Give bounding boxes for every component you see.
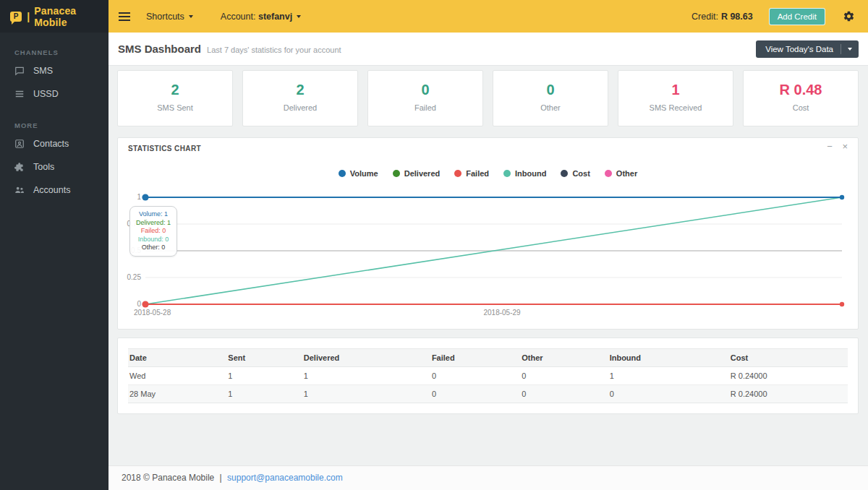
- accounts-icon: [14, 185, 25, 195]
- sidebar-item-label: Tools: [33, 162, 54, 172]
- account-label: Account:: [221, 12, 256, 22]
- sidebar-item-contacts[interactable]: Contacts: [0, 132, 109, 155]
- line-chart: [118, 138, 858, 329]
- stat-card-cost: R 0.48Cost: [743, 70, 859, 126]
- column-header-cost: Cost: [729, 349, 848, 367]
- brand-bubble-icon: P: [10, 12, 22, 22]
- column-header-other: Other: [520, 349, 608, 367]
- tooltip-line-volume: Volume: 1: [136, 210, 171, 219]
- table-cell: 1: [302, 367, 430, 385]
- tooltip-line-failed: Failed: 0: [136, 227, 171, 236]
- sidebar: P | Panacea Mobile CHANNELSSMSUSSDMORECo…: [0, 0, 109, 490]
- brand-logo[interactable]: P | Panacea Mobile: [0, 0, 109, 33]
- brand-separator: |: [27, 11, 30, 22]
- column-header-date: Date: [128, 349, 226, 367]
- table-panel: DateSentDeliveredFailedOtherInboundCost …: [117, 338, 859, 414]
- menu-icon[interactable]: [119, 10, 130, 23]
- column-header-inbound: Inbound: [608, 349, 729, 367]
- sidebar-item-accounts[interactable]: Accounts: [0, 179, 109, 202]
- sidebar-item-label: SMS: [33, 66, 53, 76]
- table-cell: Wed: [128, 367, 226, 385]
- sidebar-item-sms[interactable]: SMS: [0, 59, 109, 82]
- stat-value: 1: [618, 71, 733, 98]
- stat-label: SMS Sent: [118, 103, 232, 112]
- table-cell: 1: [226, 367, 302, 385]
- shortcuts-menu[interactable]: Shortcuts: [146, 12, 193, 22]
- column-header-failed: Failed: [430, 349, 520, 367]
- gear-icon[interactable]: [843, 10, 855, 22]
- column-header-delivered: Delivered: [302, 349, 430, 367]
- content: 2SMS Sent2Delivered0Failed0Other1SMS Rec…: [109, 66, 868, 465]
- table-cell: R 0.24000: [729, 367, 848, 385]
- credit-value: R 98.63: [721, 12, 753, 22]
- footer-separator: |: [220, 473, 222, 483]
- ussd-icon: [14, 89, 25, 99]
- y-tick-label: 0: [119, 300, 141, 308]
- stat-label: Cost: [744, 103, 858, 112]
- sidebar-section-label: MORE: [14, 121, 109, 129]
- main-area: SMS Dashboard Last 7 days' statistics fo…: [109, 33, 868, 490]
- sidebar-item-label: Accounts: [33, 185, 70, 195]
- table-cell: 0: [520, 385, 608, 403]
- table-cell: 1: [302, 385, 430, 403]
- stat-label: SMS Received: [618, 103, 733, 112]
- page-title: SMS Dashboard: [118, 43, 201, 55]
- column-header-sent: Sent: [226, 349, 302, 367]
- x-tick-label: 2018-05-28: [120, 309, 185, 317]
- support-email-link[interactable]: support@panaceamobile.com: [227, 473, 343, 483]
- page-subtitle: Last 7 days' statistics for your account: [207, 43, 341, 54]
- table-cell: 28 May: [128, 385, 226, 403]
- sidebar-item-label: USSD: [33, 89, 59, 99]
- statistics-chart-panel: STATISTICS CHART − × VolumeDeliveredFail…: [117, 137, 859, 330]
- y-tick-label: 1: [119, 193, 141, 201]
- view-todays-data-label: View Today's Data: [765, 45, 833, 53]
- stat-value: 2: [243, 71, 357, 98]
- stat-value: 0: [368, 71, 482, 98]
- button-divider: [841, 44, 841, 54]
- stat-value: 0: [493, 71, 608, 98]
- account-menu[interactable]: Account: stefanvj: [221, 12, 301, 22]
- sms-icon: [14, 66, 25, 76]
- table-cell: 0: [520, 367, 608, 385]
- statistics-table: DateSentDeliveredFailedOtherInboundCost …: [128, 348, 848, 403]
- add-credit-button[interactable]: Add Credit: [769, 8, 825, 25]
- stat-card-sms-sent: 2SMS Sent: [117, 70, 233, 126]
- sidebar-item-ussd[interactable]: USSD: [0, 82, 109, 106]
- stat-label: Other: [493, 103, 608, 112]
- stat-value: 2: [118, 71, 232, 98]
- x-tick-label: 2018-05-29: [469, 309, 535, 317]
- footer: 2018 © Panacea Mobile | support@panaceam…: [109, 465, 868, 490]
- chevron-down-icon: [189, 15, 193, 18]
- view-todays-data-button[interactable]: View Today's Data: [756, 40, 859, 58]
- account-value: stefanvj: [258, 12, 292, 22]
- table-cell: 0: [608, 385, 729, 403]
- stat-value: R 0.48: [744, 71, 858, 98]
- table-cell: 1: [226, 385, 302, 403]
- tooltip-line-delivered: Delivered: 1: [136, 219, 171, 228]
- table-cell: R 0.24000: [729, 385, 848, 403]
- sidebar-item-tools[interactable]: Tools: [0, 155, 109, 179]
- stat-card-other: 0Other: [493, 70, 608, 126]
- chevron-down-icon: [297, 15, 301, 18]
- stat-label: Failed: [368, 103, 482, 112]
- topbar: Shortcuts Account: stefanvj Credit:R 98.…: [109, 0, 868, 33]
- contacts-icon: [14, 139, 25, 149]
- table-cell: 0: [430, 367, 520, 385]
- stat-label: Delivered: [243, 103, 357, 112]
- credit-label: Credit:: [692, 12, 718, 22]
- table-cell: 1: [608, 367, 729, 385]
- table-row: Wed11001R 0.24000: [128, 367, 848, 385]
- table-row: 28 May11000R 0.24000: [128, 385, 848, 403]
- stat-card-delivered: 2Delivered: [242, 70, 358, 126]
- stats-row: 2SMS Sent2Delivered0Failed0Other1SMS Rec…: [117, 70, 859, 126]
- tooltip-line-other: Other: 0: [136, 244, 171, 252]
- table-cell: 0: [430, 385, 520, 403]
- chart-tooltip: Volume: 1Delivered: 1Failed: 0Inbound: 0…: [129, 206, 177, 257]
- brand-name: Panacea Mobile: [34, 5, 109, 28]
- copyright-text: 2018 © Panacea Mobile: [122, 473, 214, 483]
- page-header: SMS Dashboard Last 7 days' statistics fo…: [109, 33, 868, 66]
- sidebar-section-label: CHANNELS: [14, 48, 109, 56]
- y-tick-label: 0.25: [119, 273, 141, 281]
- credit-balance: Credit:R 98.63: [692, 12, 753, 22]
- table-header-row: DateSentDeliveredFailedOtherInboundCost: [128, 349, 848, 367]
